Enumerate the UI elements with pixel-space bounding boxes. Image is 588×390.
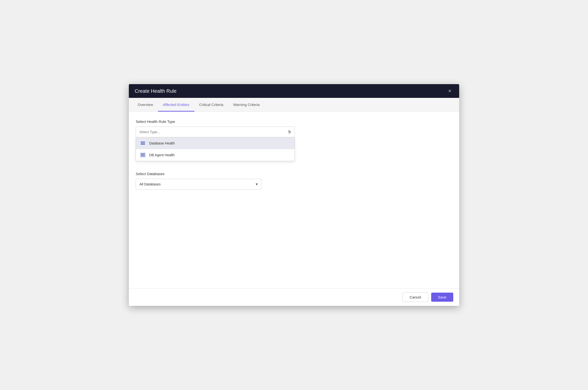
dialog-header: Create Health Rule ×	[129, 84, 459, 98]
dropdown-item-database-health-label: Database Health	[149, 141, 175, 145]
select-databases-section: Select Databases All Databases ▼	[136, 172, 452, 190]
tab-overview[interactable]: Overview	[133, 98, 158, 112]
select-databases-label: Select Databases	[136, 172, 452, 176]
select-type-container: 🖱 Database Health	[136, 127, 295, 137]
svg-rect-7	[141, 156, 145, 156]
tab-critical-criteria[interactable]: Critical Criteria	[194, 98, 228, 112]
db-agent-health-icon	[139, 151, 146, 158]
save-button[interactable]: Save	[431, 292, 453, 302]
dialog-body: Select Health Rule Type 🖱 Database Healt…	[129, 112, 459, 288]
tabs-bar: Overview Affected Entities Critical Crit…	[129, 98, 459, 112]
svg-rect-2	[141, 143, 145, 144]
svg-rect-3	[141, 144, 145, 145]
tab-affected-entities[interactable]: Affected Entities	[158, 98, 194, 112]
svg-rect-1	[141, 142, 145, 142]
dialog-footer: Cancel Save	[129, 288, 459, 306]
dropdown-list: Database Health DB Agent Health	[136, 137, 295, 161]
svg-rect-6	[141, 154, 145, 155]
databases-select[interactable]: All Databases	[136, 179, 261, 190]
cancel-button[interactable]: Cancel	[402, 292, 428, 302]
dropdown-item-db-agent-health-label: DB Agent Health	[149, 153, 175, 157]
tab-warning-criteria[interactable]: Warning Criteria	[228, 98, 265, 112]
health-rule-type-label: Select Health Rule Type	[136, 119, 452, 124]
close-button[interactable]: ×	[446, 87, 453, 95]
select-type-input[interactable]	[136, 127, 295, 137]
dialog-title: Create Health Rule	[135, 88, 176, 94]
databases-dropdown-container: All Databases ▼	[136, 179, 261, 190]
database-health-icon	[139, 140, 146, 147]
svg-rect-5	[141, 153, 145, 154]
dropdown-item-database-health[interactable]: Database Health	[136, 137, 294, 149]
create-health-rule-dialog: Create Health Rule × Overview Affected E…	[129, 84, 459, 306]
dropdown-item-db-agent-health[interactable]: DB Agent Health	[136, 149, 294, 161]
